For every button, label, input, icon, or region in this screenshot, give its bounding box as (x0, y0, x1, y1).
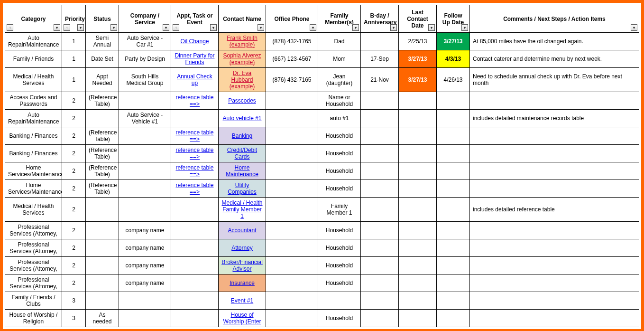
contact-cell-link[interactable]: Event #1 (231, 297, 253, 304)
contact-cell-link[interactable]: Broker/Financial Advisor (221, 259, 263, 272)
comments-cell (470, 257, 639, 274)
contact-cell-link[interactable]: Auto vehicle #1 (222, 115, 261, 122)
column-header: B-day / Anniversary▾ (361, 5, 399, 33)
column-header: Company / Service▾ (119, 5, 171, 33)
followup-cell (437, 198, 470, 222)
status-cell: (Reference Table) (86, 92, 119, 110)
filter-dropdown-icon[interactable]: ▾ (77, 24, 84, 31)
category-cell: Banking / Finances (5, 145, 62, 162)
last-contact-cell (399, 180, 437, 198)
task-cell-link[interactable]: reference table ==> (175, 147, 213, 160)
phone-cell (266, 310, 318, 327)
filter-dropdown-icon[interactable]: ▾ (428, 24, 435, 31)
task-cell-link[interactable]: Annual Check up (177, 73, 212, 86)
company-cell (119, 198, 171, 222)
status-cell (86, 110, 119, 127)
task-cell-link[interactable]: Dinner Party for Friends (175, 52, 214, 66)
contact-cell-link[interactable]: Attorney (231, 245, 253, 251)
status-cell (86, 198, 119, 222)
followup-cell (437, 127, 470, 145)
company-cell: company name (119, 257, 171, 274)
last-contact-cell (399, 110, 437, 127)
phone-cell (266, 92, 318, 110)
category-cell: Professional Services (Attorney, (5, 222, 62, 239)
phone-cell (266, 145, 318, 162)
contact-cell-link[interactable]: Home Maintenance (226, 164, 258, 178)
last-contact-cell (399, 162, 437, 180)
status-cell (86, 222, 119, 239)
contact-cell-link[interactable]: Accountant (228, 227, 256, 234)
contact-cell-link[interactable]: Utility Companies (228, 182, 257, 195)
status-cell: Semi Annual (86, 33, 119, 50)
filter-dropdown-icon[interactable]: ▾ (631, 24, 637, 31)
sort-asc-icon[interactable]: ↑ (7, 24, 13, 31)
bday-cell (361, 127, 399, 145)
family-cell: Household (318, 127, 361, 145)
sort-asc-icon[interactable]: ↑ (64, 24, 70, 31)
contact-cell-link[interactable]: Insurance (230, 280, 255, 286)
inner-panel: Category↑▾Priority↑▾Status▾Company / Ser… (3, 3, 641, 329)
last-contact-cell (399, 310, 437, 327)
sort-asc-icon[interactable]: ↑ (173, 24, 179, 31)
filter-dropdown-icon[interactable]: ▾ (258, 24, 264, 31)
family-cell: Household (318, 180, 361, 198)
company-cell: Auto Service - Vehicle #1 (119, 110, 171, 127)
contact-cell: Insurance (219, 274, 266, 292)
status-cell (86, 257, 119, 274)
last-contact-cell (399, 222, 437, 239)
task-cell-link[interactable]: reference table ==> (175, 129, 213, 142)
filter-dropdown-icon[interactable]: ▾ (390, 24, 397, 31)
priority-cell: 2 (62, 110, 86, 127)
contact-cell-link[interactable]: Credit/Debit Cards (227, 147, 257, 160)
category-cell: Home Services/Maintenance (5, 162, 62, 180)
filter-dropdown-icon[interactable]: ▾ (352, 24, 359, 31)
comments-cell (470, 127, 639, 145)
category-cell: Home Services/Maintenance (5, 180, 62, 198)
comments-cell (470, 239, 639, 257)
company-cell: company name (119, 239, 171, 257)
priority-cell: 1 (62, 33, 86, 50)
task-cell-link[interactable]: reference table ==> (175, 94, 213, 107)
filter-dropdown-icon[interactable]: ▾ (461, 24, 468, 31)
table-body: Auto Repair/Maintenance1Semi AnnualAuto … (5, 33, 639, 327)
phone-cell (266, 292, 318, 310)
filter-dropdown-icon[interactable]: ▾ (310, 24, 316, 31)
bday-cell (361, 310, 399, 327)
filter-dropdown-icon[interactable]: ▾ (210, 24, 217, 31)
priority-cell: 2 (62, 239, 86, 257)
task-cell-link[interactable]: reference table ==> (175, 164, 213, 178)
table-row: Professional Services (Attorney,2company… (5, 239, 639, 257)
contact-cell: Event #1 (219, 292, 266, 310)
contact-cell-link[interactable]: Banking (232, 132, 252, 139)
filter-dropdown-icon[interactable]: ▾ (54, 24, 60, 31)
family-cell: Dad (318, 33, 361, 50)
table-row: Auto Repair/Maintenance2Auto Service - V… (5, 110, 639, 127)
bday-cell (361, 180, 399, 198)
comments-cell (470, 145, 639, 162)
task-cell-link[interactable]: Oil Change (180, 38, 209, 45)
contact-cell-link[interactable]: Frank Smith (example) (227, 35, 258, 48)
followup-cell (437, 180, 470, 198)
bday-cell (361, 92, 399, 110)
priority-cell: 2 (62, 127, 86, 145)
company-cell (119, 310, 171, 327)
comments-cell (470, 310, 639, 327)
table-row: Professional Services (Attorney,2company… (5, 222, 639, 239)
contact-cell-link[interactable]: Dr. Eva Hubbard (example) (230, 70, 255, 90)
contact-cell-link[interactable]: Sophia Alverez (example) (223, 52, 261, 66)
followup-cell (437, 92, 470, 110)
contact-cell-link[interactable]: House of Worship (Enter (223, 312, 261, 325)
task-cell-link[interactable]: reference table ==> (175, 182, 213, 195)
followup-cell (437, 239, 470, 257)
contact-cell-link[interactable]: Passcodes (228, 97, 256, 104)
contact-cell: Utility Companies (219, 180, 266, 198)
column-header: Last Contact Date▾ (399, 5, 437, 33)
comments-cell (470, 222, 639, 239)
followup-cell (437, 145, 470, 162)
comments-cell: Need to schedule annual check up with Dr… (470, 68, 639, 92)
family-cell: Jean (daughter) (318, 68, 361, 92)
contact-cell-link[interactable]: Medical / Health Family Member 1 (221, 199, 262, 219)
filter-dropdown-icon[interactable]: ▾ (110, 24, 117, 31)
filter-dropdown-icon[interactable]: ▾ (163, 24, 169, 31)
company-cell: Auto Service - Car #1 (119, 33, 171, 50)
